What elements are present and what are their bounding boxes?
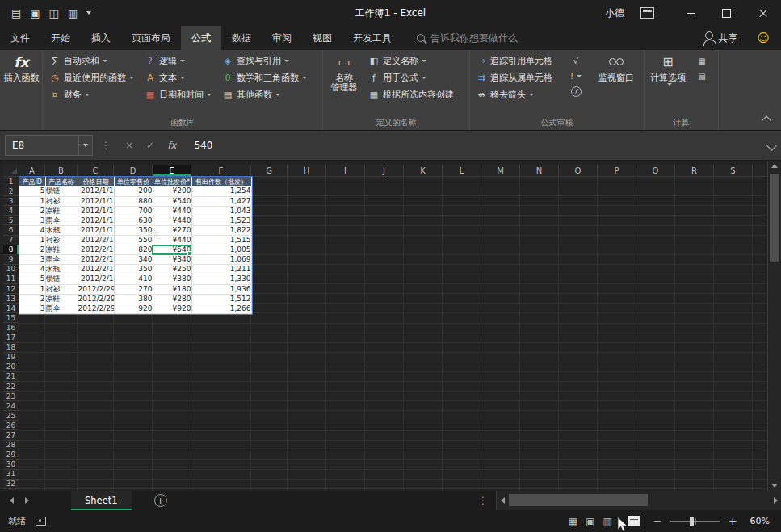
define-name-button[interactable]: ◧定义名称 [365,52,456,69]
autosum-button[interactable]: ∑自动求和 [46,52,141,69]
formula-bar-expand-icon[interactable] [766,140,777,151]
column-header-S[interactable]: S [714,165,753,177]
formula-input[interactable]: 540 [194,140,212,151]
zoom-in-button[interactable]: + [724,515,742,527]
column-header-J[interactable]: J [365,165,404,177]
page-layout-view-button[interactable]: ▣ [586,516,594,527]
zoom-slider[interactable] [670,521,720,522]
row-header-23[interactable]: 23 [3,392,19,401]
cell[interactable]: 2012/2/1 [78,236,114,245]
row-header-26[interactable]: 26 [3,421,19,430]
cell[interactable]: 1,005 [191,245,251,255]
column-header-H[interactable]: H [288,165,326,177]
cell[interactable]: 5 [19,274,45,284]
column-header-F[interactable]: F [191,165,251,177]
cell[interactable]: 2012/2/1 [78,265,114,274]
tab-view[interactable]: 视图 [302,26,342,50]
cell[interactable]: ¥440 [153,216,191,225]
user-name[interactable]: 小德 [605,6,624,20]
cell[interactable]: 350 [114,225,153,235]
cell[interactable]: 1,254 [191,186,251,196]
insert-function-fx-button[interactable]: fx [167,140,176,151]
tab-file[interactable]: 文件 [0,26,40,50]
vertical-scrollbar-thumb[interactable] [770,174,779,262]
cell[interactable]: 2012/1/1 [78,225,114,235]
row-header-10[interactable]: 10 [3,265,19,274]
logical-button[interactable]: ?逻辑 [141,52,219,69]
enter-button[interactable]: ✓ [146,140,154,151]
cell[interactable]: 1,515 [191,236,251,245]
cell[interactable]: 340 [114,255,153,265]
name-box-dropdown[interactable] [79,135,93,156]
formula-bar-splitter[interactable]: ⋮ [101,140,111,151]
row-header-1[interactable]: 1 [3,177,19,186]
minimize-button[interactable] [672,0,708,26]
row-header-19[interactable]: 19 [3,353,19,362]
normal-view-button[interactable]: ▦ [569,516,577,527]
scroll-up-button[interactable] [768,160,781,171]
tab-home[interactable]: 开始 [40,26,81,50]
cell[interactable]: 衬衫 [45,196,78,206]
row-header-6[interactable]: 6 [3,225,19,235]
tab-review[interactable]: 审阅 [262,26,302,50]
cell[interactable]: 820 [114,245,153,255]
trace-dependents-button[interactable]: ⇉追踪从属单元格 [472,69,555,86]
column-header-D[interactable]: D [114,165,153,177]
row-header-31[interactable]: 31 [3,470,19,480]
table-header-cell[interactable]: 单位批发价* [153,177,191,186]
use-in-formula-button[interactable]: ƒ用于公式 [365,69,456,86]
cell[interactable]: 锁链 [45,274,78,284]
tab-bar-splitter[interactable]: ⋮ [478,495,488,506]
cell[interactable]: 700 [114,206,153,216]
math-trig-button[interactable]: θ数学和三角函数 [219,69,309,86]
insert-function-button[interactable]: fx 插入函数 [3,53,40,83]
cell[interactable]: 880 [114,196,153,206]
vertical-scrollbar[interactable] [767,160,781,491]
collapse-ribbon-button[interactable] [762,115,771,124]
table-header-cell[interactable]: 产品名称 [45,177,78,186]
cell[interactable]: 4 [19,265,45,274]
qat-icon-4[interactable]: ▥ [68,8,78,19]
row-header-32[interactable]: 32 [3,480,19,489]
calculate-now-icon[interactable]: ▦ [695,53,709,69]
cell[interactable]: 2 [19,294,45,304]
row-header-12[interactable]: 12 [3,284,19,294]
cell[interactable]: 雨伞 [45,255,78,265]
cell[interactable]: 1,523 [191,216,251,225]
row-header-22[interactable]: 22 [3,382,19,392]
watch-window-button[interactable]: 监视窗口 [593,53,640,83]
cell[interactable]: 1 [19,236,45,245]
sheet-tab-sheet1[interactable]: Sheet1 [71,491,132,510]
column-header-M[interactable]: M [481,165,520,177]
cell[interactable]: 5 [19,186,45,196]
cell[interactable]: 2012/2/1 [78,245,114,255]
row-header-18[interactable]: 18 [3,343,19,353]
row-header-17[interactable]: 17 [3,333,19,343]
page-break-view-button[interactable]: ▥ [603,516,611,527]
cell[interactable]: 2012/2/29 [78,294,114,304]
cell[interactable]: 2012/1/1 [78,206,114,216]
cell[interactable]: 270 [114,284,153,294]
lookup-reference-button[interactable]: ◈查找与引用 [219,52,309,69]
column-header-T[interactable]: T [753,165,767,177]
scroll-right-button[interactable] [770,491,781,510]
cell[interactable]: 630 [114,216,153,225]
cell[interactable]: 2012/2/1 [78,255,114,265]
recent-functions-button[interactable]: ◷最近使用的函数 [46,69,141,86]
table-header-cell[interactable]: 单位零售价 [114,177,153,186]
zoom-percent-label[interactable]: 60% [750,516,770,526]
qat-icon-2[interactable]: ▣ [30,8,40,19]
tab-developer[interactable]: 开发工具 [342,26,402,50]
qat-customize-caret-icon[interactable] [86,11,91,15]
cell[interactable]: 350 [114,265,153,274]
cell[interactable]: 2012/1/1 [78,216,114,225]
show-formulas-icon[interactable]: √ [569,53,583,69]
cell[interactable]: 2012/2/1 [78,274,114,284]
cell[interactable]: 3 [19,255,45,265]
cell[interactable]: 1,211 [191,265,251,274]
column-header-B[interactable]: B [45,165,78,177]
row-header-9[interactable]: 9 [3,255,19,265]
scroll-down-button[interactable] [768,480,781,491]
cell[interactable]: ¥440 [153,206,191,216]
tab-formulas[interactable]: 公式 [181,26,221,50]
